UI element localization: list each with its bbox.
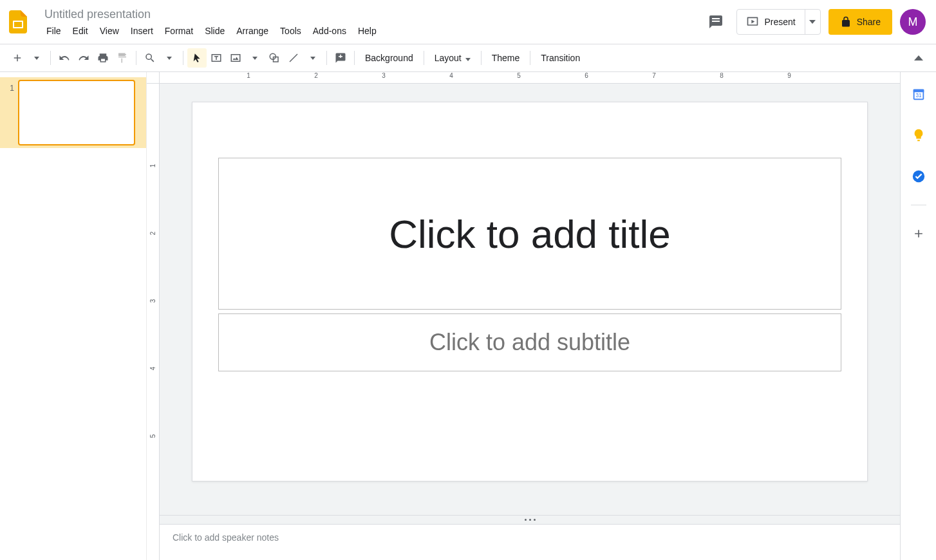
textbox-button[interactable] [207, 48, 226, 68]
redo-icon [78, 52, 89, 64]
ruler-tick: 5 [517, 72, 521, 79]
menu-insert[interactable]: Insert [126, 23, 158, 39]
notes-resize-handle[interactable] [160, 515, 900, 524]
slide-thumbnail[interactable] [18, 80, 135, 145]
chevron-down-icon [465, 58, 471, 61]
slide-number: 1 [4, 80, 18, 93]
divider [136, 51, 136, 65]
app-header: Untitled presentation File Edit View Ins… [0, 0, 936, 44]
menu-format[interactable]: Format [160, 23, 198, 39]
chevron-down-icon [167, 57, 172, 60]
slide-canvas[interactable]: Click to add title Click to add subtitle [192, 102, 868, 481]
menubar: File Edit View Insert Format Slide Arran… [39, 23, 703, 39]
new-slide-button[interactable] [8, 48, 27, 68]
image-dropdown[interactable] [245, 48, 265, 68]
image-button[interactable] [226, 48, 245, 68]
textbox-icon [211, 52, 222, 64]
subtitle-placeholder[interactable]: Click to add subtitle [218, 313, 841, 371]
line-button[interactable] [284, 48, 303, 68]
divider [183, 51, 183, 65]
menu-addons[interactable]: Add-ons [308, 23, 351, 39]
paint-format-button[interactable] [113, 48, 132, 68]
menu-arrange[interactable]: Arrange [231, 23, 274, 39]
zoom-dropdown[interactable] [160, 48, 179, 68]
plus-icon [12, 52, 23, 64]
header-right: Present Share M [703, 9, 926, 35]
menu-view[interactable]: View [95, 23, 124, 39]
ruler-horizontal[interactable]: 1 2 3 4 5 6 7 8 9 [160, 72, 900, 84]
comments-button[interactable] [703, 9, 729, 35]
menu-tools[interactable]: Tools [275, 23, 306, 39]
comment-button[interactable] [331, 48, 350, 68]
layout-label: Layout [435, 53, 462, 63]
tasks-addon-icon[interactable] [906, 163, 931, 189]
divider [354, 51, 355, 65]
slides-logo-icon[interactable] [5, 9, 31, 35]
line-icon [288, 52, 299, 64]
slide-thumb-1[interactable]: 1 [0, 77, 146, 148]
print-icon [97, 52, 109, 64]
ruler-tick: 4 [449, 72, 453, 79]
chevron-down-icon [252, 57, 257, 60]
keep-addon-icon[interactable] [906, 122, 931, 148]
divider [326, 51, 327, 65]
ruler-tick: 7 [652, 72, 656, 79]
toolbar: Background Layout Theme Transition [0, 44, 936, 72]
ruler-vertical[interactable]: 1 2 3 4 5 [147, 84, 160, 560]
menu-help[interactable]: Help [353, 23, 382, 39]
collapse-toolbar-button[interactable] [909, 48, 928, 68]
svg-rect-7 [913, 89, 924, 93]
divider [424, 51, 424, 65]
workspace: 1 1 2 3 4 5 6 7 8 9 1 2 3 4 5 [0, 72, 936, 560]
title-placeholder[interactable]: Click to add title [218, 158, 841, 310]
canvas-wrap[interactable]: Click to add title Click to add subtitle [160, 84, 900, 515]
add-comment-icon [335, 52, 346, 64]
get-addons-button[interactable] [906, 221, 931, 247]
image-icon [230, 52, 241, 64]
ruler-tick: 6 [585, 72, 588, 79]
ruler-corner [147, 72, 160, 84]
line-dropdown[interactable] [303, 48, 323, 68]
editor: 1 2 3 4 5 6 7 8 9 1 2 3 4 5 Click to add… [147, 72, 900, 560]
chevron-up-icon [914, 55, 923, 61]
plus-icon [912, 227, 925, 240]
svg-rect-3 [231, 55, 240, 62]
chevron-down-icon [809, 20, 816, 24]
doc-title-input[interactable]: Untitled presentation [39, 6, 703, 23]
zoom-button[interactable] [140, 48, 160, 68]
menu-edit[interactable]: Edit [68, 23, 93, 39]
filmstrip[interactable]: 1 [0, 72, 147, 560]
layout-button[interactable]: Layout [428, 53, 477, 63]
present-button[interactable]: Present [737, 10, 804, 34]
menu-slide[interactable]: Slide [200, 23, 230, 39]
present-icon [746, 15, 759, 28]
undo-button[interactable] [55, 48, 74, 68]
side-panel: 31 [900, 72, 936, 560]
shape-icon [268, 52, 280, 64]
ruler-tick: 1 [149, 164, 156, 168]
background-button[interactable]: Background [359, 53, 420, 63]
ruler-tick: 2 [314, 72, 318, 79]
theme-button[interactable]: Theme [485, 53, 527, 63]
sidepanel-divider [911, 205, 926, 205]
select-tool-button[interactable] [187, 48, 207, 68]
paint-roller-icon [117, 52, 128, 64]
chevron-down-icon [34, 57, 39, 60]
speaker-notes[interactable]: Click to add speaker notes [160, 524, 900, 560]
print-button[interactable] [93, 48, 113, 68]
menu-file[interactable]: File [41, 23, 66, 39]
chevron-down-icon [310, 57, 315, 60]
shape-button[interactable] [265, 48, 284, 68]
svg-rect-1 [14, 22, 22, 27]
calendar-addon-icon[interactable]: 31 [906, 81, 931, 107]
ruler-tick: 5 [149, 434, 156, 438]
present-dropdown[interactable] [805, 10, 820, 34]
account-avatar[interactable]: M [900, 9, 926, 35]
divider [50, 51, 51, 65]
redo-button[interactable] [74, 48, 93, 68]
new-slide-dropdown[interactable] [27, 48, 46, 68]
transition-button[interactable]: Transition [534, 53, 586, 63]
present-label: Present [764, 17, 795, 27]
undo-icon [59, 52, 70, 64]
share-button[interactable]: Share [828, 9, 892, 35]
